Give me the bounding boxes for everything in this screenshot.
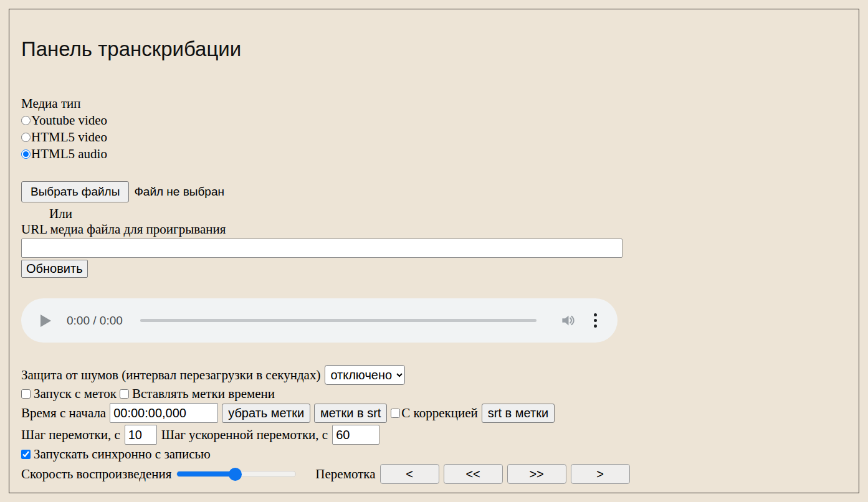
time-marks-row: Время с начала убрать метки метки в srt … (21, 403, 846, 423)
playback-speed-slider[interactable] (176, 467, 296, 481)
noise-protection-row: Защита от шумов (интервал перезагрузки в… (21, 365, 846, 385)
with-correction-option[interactable]: С коррекцией (391, 405, 477, 421)
radio-label: Youtube video (31, 112, 107, 129)
time-from-start-label: Время с начала (21, 405, 106, 421)
with-correction-checkbox[interactable] (391, 409, 400, 418)
play-icon[interactable] (41, 315, 51, 327)
transcription-panel: Панель транскрибации Медиа тип Youtube v… (9, 9, 859, 493)
file-status-text: Файл не выбран (134, 185, 224, 199)
checkbox-label: Запуск с меток (34, 386, 117, 402)
overflow-menu-icon[interactable] (594, 313, 597, 328)
page-title: Панель транскрибации (21, 38, 846, 60)
radio-option-html5-video[interactable]: HTML5 video (21, 129, 846, 146)
checkbox-label: Запускать синхронно с записью (34, 447, 211, 462)
rewind-forward-button[interactable]: > (571, 464, 630, 484)
rewind-fast-forward-button[interactable]: >> (507, 464, 566, 484)
choose-files-button[interactable]: Выбрать файлы (21, 181, 129, 202)
playback-time: 0:00 / 0:00 (67, 314, 123, 328)
youtube-video-radio[interactable] (21, 116, 31, 125)
checkbox-label: С коррекцией (401, 405, 477, 421)
or-text: Или (49, 206, 846, 222)
marks-to-srt-button[interactable]: метки в srt (314, 404, 387, 423)
insert-timestamps-option[interactable]: Вставлять метки времени (120, 386, 275, 402)
media-type-group: Медиа тип Youtube video HTML5 video HTML… (21, 95, 846, 163)
seek-step-label: Шаг перемотки, с (21, 427, 120, 443)
radio-option-youtube-video[interactable]: Youtube video (21, 112, 846, 129)
insert-timestamps-checkbox[interactable] (120, 389, 129, 399)
seek-step-input[interactable] (125, 425, 157, 445)
noise-protection-label: Защита от шумов (интервал перезагрузки в… (21, 367, 320, 383)
rewind-back-button[interactable]: < (380, 464, 439, 484)
refresh-button[interactable]: Обновить (21, 260, 88, 278)
seek-step-row: Шаг перемотки, с Шаг ускоренной перемотк… (21, 425, 846, 445)
time-from-start-input[interactable] (110, 403, 218, 423)
srt-to-marks-button[interactable]: srt в метки (482, 404, 555, 423)
marks-checkboxes-row: Запуск с меток Вставлять метки времени (21, 386, 846, 402)
start-from-marks-checkbox[interactable] (21, 389, 31, 399)
media-url-label: URL медиа файла для проигрывания (21, 222, 846, 237)
radio-label: HTML5 audio (31, 146, 107, 163)
fast-seek-step-label: Шаг ускоренной перемотки, с (161, 427, 328, 443)
playback-speed-label: Скорость воспроизведения (21, 466, 171, 482)
noise-protection-select[interactable]: отключено (325, 365, 405, 385)
rewind-fast-back-button[interactable]: << (444, 464, 503, 484)
media-type-label: Медиа тип (21, 95, 846, 112)
sync-with-recording-option[interactable]: Запускать синхронно с записью (21, 447, 211, 462)
audio-player[interactable]: 0:00 / 0:00 (21, 298, 618, 343)
volume-icon[interactable] (560, 312, 577, 329)
start-from-marks-option[interactable]: Запуск с меток (21, 386, 117, 402)
checkbox-label: Вставлять метки времени (132, 386, 275, 402)
sync-row: Запускать синхронно с записью (21, 447, 846, 462)
sync-with-recording-checkbox[interactable] (21, 450, 31, 459)
html5-video-radio[interactable] (21, 133, 31, 142)
timeline-slider[interactable] (140, 319, 537, 322)
media-url-input[interactable] (21, 239, 622, 258)
radio-option-html5-audio[interactable]: HTML5 audio (21, 146, 846, 163)
radio-label: HTML5 video (31, 129, 107, 146)
remove-marks-button[interactable]: убрать метки (222, 404, 310, 423)
file-picker-row: Выбрать файлы Файл не выбран (21, 181, 846, 202)
fast-seek-step-input[interactable] (332, 425, 379, 445)
html5-audio-radio[interactable] (21, 149, 31, 159)
playback-controls-row: Скорость воспроизведения Перемотка < << … (21, 464, 846, 484)
rewind-label: Перемотка (315, 466, 375, 482)
